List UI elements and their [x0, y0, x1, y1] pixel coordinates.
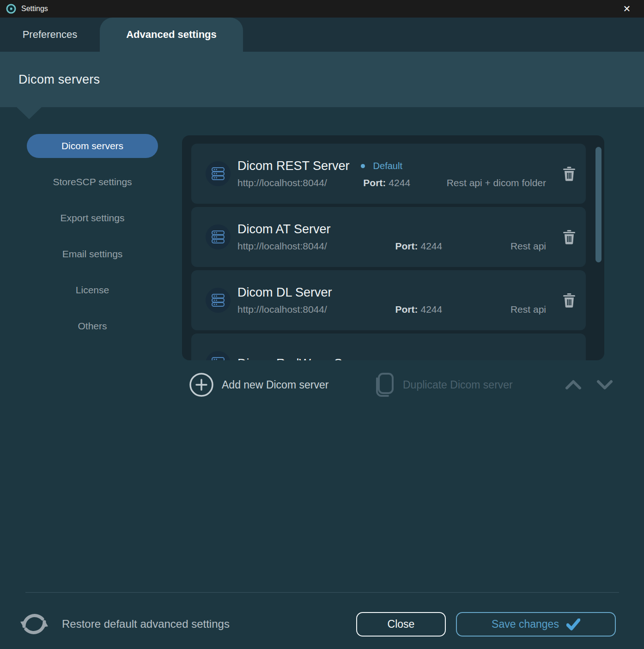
close-button[interactable]: Close: [356, 612, 446, 637]
window-close-button[interactable]: ✕: [616, 0, 638, 18]
server-row[interactable]: Dicom AT Server http://localhost:8044/ P…: [191, 207, 586, 267]
tab-advanced-settings[interactable]: Advanced settings: [100, 18, 243, 52]
tab-preferences[interactable]: Preferences: [0, 18, 100, 52]
server-url: http://localhost:8044/: [237, 304, 327, 315]
tabbar: Preferences Advanced settings: [0, 18, 644, 52]
titlebar: Settings ✕: [0, 0, 644, 18]
settings-sidebar: Dicom servers StoreSCP settings Export s…: [0, 134, 185, 350]
default-badge: Default: [361, 161, 402, 171]
refresh-arrows-icon: [19, 609, 49, 639]
server-stack-icon: [206, 288, 231, 313]
trash-icon[interactable]: [563, 230, 576, 244]
sidebar-item-storescp-settings[interactable]: StoreSCP settings: [27, 170, 158, 194]
sidebar-item-license[interactable]: License: [27, 278, 158, 302]
app-logo-icon: [6, 3, 17, 14]
list-scrollbar[interactable]: [595, 147, 601, 262]
restore-defaults-button[interactable]: Restore default advanced settings: [19, 609, 230, 639]
server-name: Dicom DL Server: [237, 285, 332, 300]
server-name: Dicom RadWave Server: [237, 357, 371, 361]
server-stack-icon: [206, 161, 231, 186]
server-type: Rest api: [510, 241, 546, 252]
section-header: Dicom servers: [0, 52, 644, 107]
move-down-button[interactable]: [596, 376, 614, 394]
sidebar-item-email-settings[interactable]: Email settings: [27, 242, 158, 266]
footer-divider: [25, 592, 619, 593]
checkmark-icon: [566, 619, 580, 631]
move-up-button[interactable]: [565, 376, 582, 394]
duplicate-server-button[interactable]: Duplicate Dicom server: [371, 372, 513, 398]
server-port: Port:4244: [395, 304, 443, 315]
sidebar-item-others[interactable]: Others: [27, 314, 158, 338]
server-row[interactable]: Dicom REST Server Default http://localho…: [191, 144, 586, 204]
sidebar-item-export-settings[interactable]: Export settings: [27, 206, 158, 230]
dicom-server-list: Dicom REST Server Default http://localho…: [182, 135, 604, 360]
settings-window: Settings ✕ Preferences Advanced settings…: [0, 0, 644, 649]
save-changes-button[interactable]: Save changes: [456, 612, 616, 637]
copy-icon: [371, 372, 396, 398]
sidebar-item-dicom-servers[interactable]: Dicom servers: [27, 134, 158, 158]
server-stack-icon: [206, 351, 231, 360]
server-row[interactable]: Dicom RadWave Server: [191, 334, 586, 360]
page-title: Dicom servers: [18, 73, 100, 87]
server-type: Rest api: [510, 304, 546, 315]
trash-icon[interactable]: [563, 166, 576, 181]
server-name: Dicom AT Server: [237, 222, 331, 237]
default-dot-icon: [361, 164, 365, 168]
list-actions: Add new Dicom server Duplicate Dicom ser…: [182, 372, 621, 402]
window-title: Settings: [21, 5, 48, 13]
server-stack-icon: [206, 224, 231, 249]
add-server-button[interactable]: Add new Dicom server: [188, 372, 328, 398]
server-url: http://localhost:8044/: [237, 241, 327, 252]
server-name: Dicom REST Server: [237, 159, 350, 173]
header-pointer: [17, 107, 42, 119]
trash-icon[interactable]: [563, 293, 576, 308]
server-url: http://localhost:8044/: [237, 177, 327, 188]
server-port: Port:4244: [395, 241, 443, 252]
plus-circle-icon: [188, 372, 214, 398]
server-port: Port:4244: [363, 177, 410, 188]
server-row[interactable]: Dicom DL Server http://localhost:8044/ P…: [191, 270, 586, 330]
server-type: Rest api + dicom folder: [447, 177, 546, 188]
